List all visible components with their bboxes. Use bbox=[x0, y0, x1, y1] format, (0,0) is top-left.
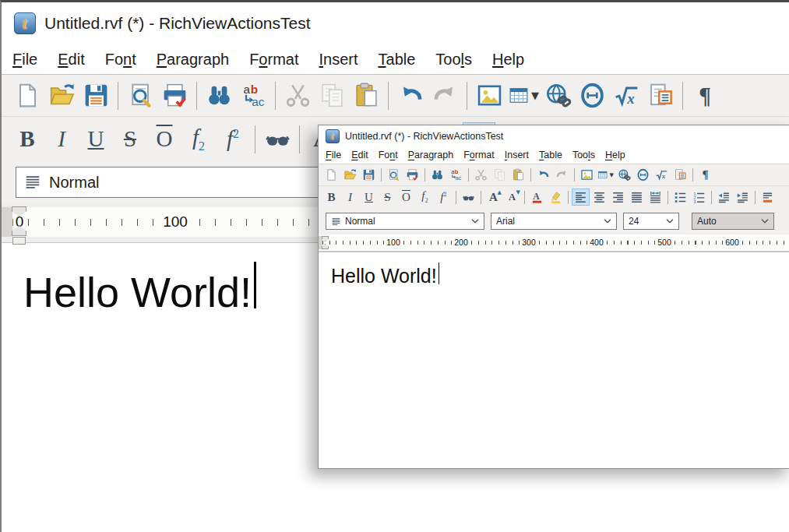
dropdown-caret-icon[interactable]: ▼ bbox=[610, 172, 614, 178]
bullet-list-button[interactable] bbox=[671, 188, 689, 206]
distribute-button[interactable] bbox=[646, 188, 664, 206]
paste-icon bbox=[512, 168, 525, 181]
document-area[interactable]: Hello World! bbox=[319, 252, 789, 468]
overline-button[interactable]: O bbox=[148, 122, 181, 157]
align-left-button[interactable] bbox=[572, 188, 590, 206]
insert-equation-button[interactable] bbox=[653, 167, 671, 184]
title-bar[interactable]: t Untitled.rvf (*) - RichViewActionsTest bbox=[319, 125, 789, 146]
redo-button[interactable] bbox=[428, 79, 461, 113]
indent-box-marker[interactable] bbox=[12, 237, 26, 245]
increase-indent-button[interactable] bbox=[734, 188, 752, 206]
insert-table-button[interactable]: ▼ bbox=[597, 167, 615, 184]
shrink-font-button[interactable]: A▼ bbox=[503, 188, 521, 206]
open-file-button[interactable] bbox=[341, 167, 359, 184]
quick-print-button[interactable] bbox=[158, 79, 191, 113]
text-special-effects-button[interactable] bbox=[261, 122, 294, 157]
copy-button[interactable] bbox=[315, 79, 348, 113]
save-file-button[interactable] bbox=[360, 167, 378, 184]
italic-button[interactable]: I bbox=[45, 122, 78, 157]
bold-button[interactable]: B bbox=[11, 122, 44, 157]
menu-edit[interactable]: Edit bbox=[351, 150, 368, 160]
redo-icon bbox=[555, 168, 569, 181]
insert-horizontal-space-button[interactable] bbox=[576, 79, 608, 113]
undo-button[interactable] bbox=[534, 167, 552, 184]
menu-paragraph[interactable]: Paragraph bbox=[408, 150, 453, 160]
numbered-list-button[interactable] bbox=[690, 188, 708, 206]
text-special-effects-button[interactable] bbox=[460, 188, 477, 206]
insert-hyperlink-button[interactable] bbox=[615, 167, 633, 184]
insert-equation-button[interactable] bbox=[610, 79, 643, 113]
subscript-button[interactable]: f2 bbox=[182, 122, 215, 157]
menu-help[interactable]: Help bbox=[605, 150, 625, 160]
cut-button[interactable] bbox=[472, 167, 490, 184]
open-file-button[interactable] bbox=[45, 79, 78, 113]
underline-button[interactable]: U bbox=[360, 188, 378, 206]
italic-button[interactable]: I bbox=[341, 188, 359, 206]
decrease-indent-button[interactable] bbox=[715, 188, 733, 206]
print-preview-button[interactable] bbox=[124, 79, 157, 113]
bold-button[interactable]: B bbox=[322, 188, 340, 206]
style-combo[interactable]: Normal bbox=[326, 213, 484, 230]
superscript-button[interactable]: f2 bbox=[217, 122, 249, 157]
insert-picture-button[interactable] bbox=[473, 79, 505, 113]
font-color-button[interactable] bbox=[528, 188, 546, 206]
menu-file[interactable]: File bbox=[12, 51, 37, 69]
justify-button[interactable] bbox=[628, 188, 646, 206]
insert-picture-button[interactable] bbox=[578, 167, 596, 184]
menu-font[interactable]: Font bbox=[105, 51, 136, 69]
paste-button[interactable] bbox=[509, 167, 527, 184]
menu-paragraph[interactable]: Paragraph bbox=[157, 51, 229, 69]
superscript-button[interactable]: f2 bbox=[435, 188, 453, 206]
chevron-down-icon bbox=[471, 219, 479, 224]
undo-button[interactable] bbox=[394, 79, 427, 113]
subscript-button[interactable]: f2 bbox=[416, 188, 434, 206]
menu-tools[interactable]: Tools bbox=[435, 51, 472, 69]
menu-format[interactable]: Format bbox=[463, 150, 495, 160]
insert-horizontal-space-button[interactable] bbox=[634, 167, 652, 184]
title-bar[interactable]: t Untitled.rvf (*) - RichViewActionsTest bbox=[2, 2, 789, 44]
menu-table[interactable]: Table bbox=[379, 51, 416, 69]
copy-button[interactable] bbox=[491, 167, 509, 184]
menu-insert[interactable]: Insert bbox=[319, 51, 358, 69]
paragraph-color-button[interactable] bbox=[759, 188, 777, 206]
menu-file[interactable]: File bbox=[326, 150, 341, 160]
show-formatting-marks-button[interactable]: ¶ bbox=[696, 167, 714, 184]
insert-hyperlink-button[interactable] bbox=[541, 79, 574, 113]
menu-insert[interactable]: Insert bbox=[505, 150, 529, 160]
find-button[interactable] bbox=[203, 79, 235, 113]
menu-format[interactable]: Format bbox=[249, 51, 298, 69]
align-right-button[interactable] bbox=[609, 188, 627, 206]
paste-button[interactable] bbox=[350, 79, 382, 113]
find-button[interactable] bbox=[428, 167, 446, 184]
grow-font-button[interactable]: A▲ bbox=[484, 188, 502, 206]
font-name-combo[interactable]: Arial bbox=[491, 213, 617, 230]
save-file-button[interactable] bbox=[79, 79, 112, 113]
cut-button[interactable] bbox=[281, 79, 314, 113]
strikethrough-button[interactable]: S bbox=[379, 188, 396, 206]
new-document-button[interactable] bbox=[11, 79, 44, 113]
copy-icon bbox=[319, 82, 346, 109]
menu-tools[interactable]: Tools bbox=[572, 150, 595, 160]
menu-font[interactable]: Font bbox=[379, 150, 398, 160]
show-formatting-marks-button[interactable]: ¶ bbox=[689, 79, 721, 113]
text-highlight-button[interactable] bbox=[547, 188, 565, 206]
replace-button[interactable] bbox=[447, 167, 465, 184]
strikethrough-button[interactable]: S bbox=[114, 122, 146, 157]
insert-document-button[interactable] bbox=[644, 79, 677, 113]
menu-help[interactable]: Help bbox=[492, 51, 524, 69]
align-center-button[interactable] bbox=[590, 188, 608, 206]
zoom-combo[interactable]: Auto bbox=[692, 213, 774, 230]
replace-button[interactable] bbox=[237, 79, 269, 113]
new-document-button[interactable] bbox=[322, 167, 340, 184]
quick-print-button[interactable] bbox=[403, 167, 421, 184]
insert-document-button[interactable] bbox=[671, 167, 689, 184]
overline-button[interactable]: O bbox=[397, 188, 415, 206]
font-size-combo[interactable]: 24 bbox=[623, 213, 679, 230]
menu-table[interactable]: Table bbox=[539, 150, 562, 160]
menu-edit[interactable]: Edit bbox=[58, 51, 84, 69]
dropdown-caret-icon[interactable]: ▼ bbox=[531, 90, 539, 101]
print-preview-button[interactable] bbox=[385, 167, 403, 184]
insert-table-button[interactable]: ▼ bbox=[507, 79, 540, 113]
underline-button[interactable]: U bbox=[79, 122, 112, 157]
redo-button[interactable] bbox=[553, 167, 571, 184]
